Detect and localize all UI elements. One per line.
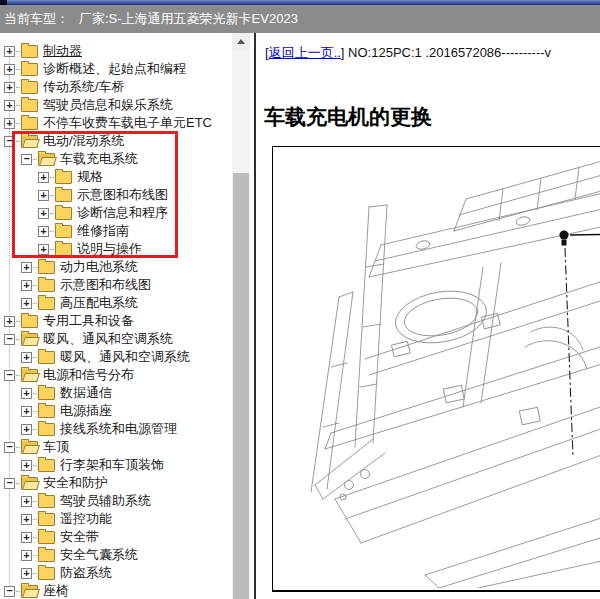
expand-icon[interactable]: + [21, 532, 32, 543]
expand-icon[interactable]: + [38, 172, 49, 183]
tree-item-label[interactable]: 暖风、通风和空调系统 [60, 348, 190, 366]
expand-icon[interactable]: + [4, 316, 15, 327]
collapse-icon[interactable]: − [4, 370, 15, 381]
expand-icon[interactable]: + [4, 46, 15, 57]
tree-item-label[interactable]: 不停车收费车载电子单元ETC [43, 114, 212, 132]
tree-scrollbar[interactable] [232, 33, 250, 599]
tree-item-label[interactable]: 诊断信息和程序 [77, 204, 168, 222]
collapse-icon[interactable]: − [4, 478, 15, 489]
tree-item-label[interactable]: 动力电池系统 [60, 258, 138, 276]
tree-item[interactable]: −电源和信号分布 [0, 366, 232, 384]
tree-item-label[interactable]: 传动系统/车桥 [43, 78, 125, 96]
tree-item[interactable]: +规格 [0, 168, 232, 186]
tree-item[interactable]: +驾驶员信息和娱乐系统 [0, 96, 232, 114]
tree-connector [33, 555, 37, 556]
tree-item[interactable]: +说明与操作 [0, 240, 232, 258]
tree-item-label[interactable]: 数据通信 [60, 384, 112, 402]
collapse-icon[interactable]: − [4, 136, 15, 147]
tree-item[interactable]: +示意图和布线图 [0, 276, 232, 294]
tree-item[interactable]: +接线系统和电源管理 [0, 420, 232, 438]
tree-item[interactable]: +动力电池系统 [0, 258, 232, 276]
pane-splitter[interactable] [254, 33, 256, 599]
tree-item[interactable]: +传动系统/车桥 [0, 78, 232, 96]
tree-item-label[interactable]: 驾驶员信息和娱乐系统 [43, 96, 173, 114]
expand-icon[interactable]: + [21, 568, 32, 579]
tree-item[interactable]: −车顶 [0, 438, 232, 456]
expand-icon[interactable]: + [38, 190, 49, 201]
tree-item[interactable]: −电动/混动系统 [0, 132, 232, 150]
tree-item-label[interactable]: 规格 [77, 168, 103, 186]
collapse-icon[interactable]: − [4, 334, 15, 345]
expand-icon[interactable]: + [21, 352, 32, 363]
tree-item-label[interactable]: 安全气囊系统 [60, 546, 138, 564]
tree-item-label[interactable]: 电源和信号分布 [43, 366, 134, 384]
tree-item[interactable]: +诊断概述、起始点和编程 [0, 60, 232, 78]
tree-item-label[interactable]: 高压配电系统 [60, 294, 138, 312]
tree-item-label[interactable]: 暖风、通风和空调系统 [43, 330, 173, 348]
expand-icon[interactable]: + [21, 496, 32, 507]
tree-item-label[interactable]: 安全带 [60, 528, 99, 546]
expand-icon[interactable]: + [21, 550, 32, 561]
tree-item-label[interactable]: 说明与操作 [77, 240, 142, 258]
tree-item-label[interactable]: 电源插座 [60, 402, 112, 420]
tree-item-label[interactable]: 安全和防护 [43, 474, 108, 492]
tree-item-label[interactable]: 车顶 [43, 438, 69, 456]
tree-item[interactable]: −车载充电系统 [0, 150, 232, 168]
collapse-icon[interactable]: − [21, 154, 32, 165]
tree-item-label[interactable]: 示意图和布线图 [60, 276, 151, 294]
expand-icon[interactable]: + [38, 244, 49, 255]
tree-item[interactable]: +防盗系统 [0, 564, 232, 582]
tree-item-label[interactable]: 维修指南 [77, 222, 129, 240]
tree-item[interactable]: +安全气囊系统 [0, 546, 232, 564]
expand-icon[interactable]: + [21, 424, 32, 435]
tree-item[interactable]: +高压配电系统 [0, 294, 232, 312]
tree-item-label[interactable]: 车载充电系统 [60, 150, 138, 168]
tree-item[interactable]: +行李架和车顶装饰 [0, 456, 232, 474]
scroll-up-button[interactable] [232, 33, 250, 50]
tree-item[interactable]: +制动器 [0, 42, 232, 60]
nav-tree[interactable]: +制动器+诊断概述、起始点和编程+传动系统/车桥+驾驶员信息和娱乐系统+不停车收… [0, 42, 232, 599]
expand-icon[interactable]: + [4, 118, 15, 129]
tree-item[interactable]: −座椅 [0, 582, 232, 599]
tree-item-label[interactable]: 驾驶员辅助系统 [60, 492, 151, 510]
tree-item-label[interactable]: 防盗系统 [60, 564, 112, 582]
tree-item-label[interactable]: 示意图和布线图 [77, 186, 168, 204]
expand-icon[interactable]: + [21, 298, 32, 309]
tree-item[interactable]: −安全和防护 [0, 474, 232, 492]
expand-icon[interactable]: + [4, 82, 15, 93]
expand-icon[interactable]: + [4, 100, 15, 111]
expand-icon[interactable]: + [21, 406, 32, 417]
tree-item-label[interactable]: 座椅 [43, 582, 69, 599]
tree-item-label[interactable]: 制动器 [43, 42, 82, 60]
scrollbar-thumb[interactable] [233, 173, 249, 599]
tree-item[interactable]: +数据通信 [0, 384, 232, 402]
tree-item-label[interactable]: 遥控功能 [60, 510, 112, 528]
expand-icon[interactable]: + [21, 460, 32, 471]
tree-item[interactable]: +驾驶员辅助系统 [0, 492, 232, 510]
tree-item-label[interactable]: 接线系统和电源管理 [60, 420, 177, 438]
tree-item[interactable]: +安全带 [0, 528, 232, 546]
tree-item-label[interactable]: 电动/混动系统 [43, 132, 125, 150]
tree-item[interactable]: −暖风、通风和空调系统 [0, 330, 232, 348]
expand-icon[interactable]: + [38, 226, 49, 237]
expand-icon[interactable]: + [21, 514, 32, 525]
back-link[interactable]: 返回上一页.. [269, 45, 341, 60]
tree-item[interactable]: +暖风、通风和空调系统 [0, 348, 232, 366]
tree-item[interactable]: +维修指南 [0, 222, 232, 240]
expand-icon[interactable]: + [4, 64, 15, 75]
tree-item[interactable]: +电源插座 [0, 402, 232, 420]
collapse-icon[interactable]: − [4, 586, 15, 597]
expand-icon[interactable]: + [21, 262, 32, 273]
tree-item[interactable]: +诊断信息和程序 [0, 204, 232, 222]
tree-item-label[interactable]: 专用工具和设备 [43, 312, 134, 330]
tree-item-label[interactable]: 行李架和车顶装饰 [60, 456, 164, 474]
tree-item[interactable]: +示意图和布线图 [0, 186, 232, 204]
tree-item[interactable]: +专用工具和设备 [0, 312, 232, 330]
tree-item-label[interactable]: 诊断概述、起始点和编程 [43, 60, 186, 78]
collapse-icon[interactable]: − [4, 442, 15, 453]
expand-icon[interactable]: + [21, 388, 32, 399]
tree-item[interactable]: +不停车收费车载电子单元ETC [0, 114, 232, 132]
tree-item[interactable]: +遥控功能 [0, 510, 232, 528]
expand-icon[interactable]: + [38, 208, 49, 219]
expand-icon[interactable]: + [21, 280, 32, 291]
